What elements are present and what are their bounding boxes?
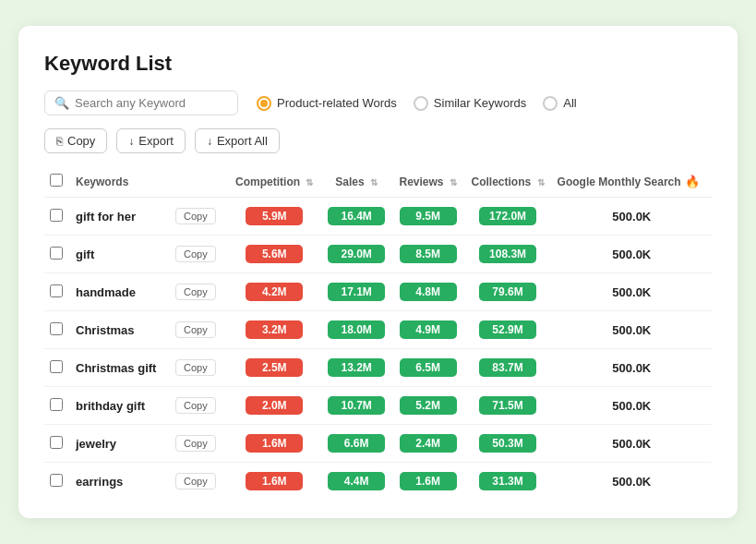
keyword-cell-1: gift Copy bbox=[76, 246, 222, 262]
keyword-copy-button-7[interactable]: Copy bbox=[175, 473, 216, 490]
google-value-3: 500.0K bbox=[612, 323, 651, 337]
google-value-1: 500.0K bbox=[612, 248, 651, 261]
keyword-cell-7: earrings Copy bbox=[76, 473, 222, 490]
table-row: Christmas Copy 3.2M 18.0M 4.9M 52.9M 500… bbox=[44, 311, 712, 349]
reviews-badge-1: 8.5M bbox=[400, 245, 457, 263]
competition-badge-4: 2.5M bbox=[246, 358, 303, 377]
sales-badge-7: 4.4M bbox=[328, 472, 385, 490]
keyword-cell-3: Christmas Copy bbox=[76, 321, 222, 338]
keyword-copy-button-1[interactable]: Copy bbox=[175, 246, 216, 262]
table-row: handmade Copy 4.2M 17.1M 4.8M 79.6M 500.… bbox=[44, 273, 712, 311]
competition-badge-6: 1.6M bbox=[246, 434, 303, 453]
keyword-name-5: brithday gift bbox=[76, 399, 168, 413]
row-checkbox-7[interactable] bbox=[50, 474, 63, 487]
sort-collections-icon[interactable]: ⇅ bbox=[537, 177, 545, 187]
col-keywords: Keywords bbox=[70, 166, 228, 198]
collections-badge-1: 108.3M bbox=[479, 245, 536, 263]
collections-badge-3: 52.9M bbox=[479, 320, 536, 339]
keyword-copy-button-0[interactable]: Copy bbox=[175, 208, 216, 224]
export-button[interactable]: ↓ Export bbox=[116, 128, 186, 153]
google-value-6: 500.0K bbox=[612, 437, 651, 451]
collections-badge-4: 83.7M bbox=[479, 358, 536, 377]
keyword-cell-4: Christmas gift Copy bbox=[76, 359, 222, 376]
fire-icon: 🔥 bbox=[685, 175, 700, 188]
keyword-cell-6: jewelry Copy bbox=[76, 435, 222, 452]
reviews-badge-3: 4.9M bbox=[400, 320, 457, 339]
main-card: Keyword List 🔍 Product-related Words Sim… bbox=[18, 26, 738, 518]
reviews-badge-7: 1.6M bbox=[400, 472, 457, 490]
keyword-name-4: Christmas gift bbox=[76, 361, 168, 375]
filter-radio-group: Product-related Words Similar Keywords A… bbox=[257, 96, 577, 111]
keyword-table: Keywords Competition ⇅ Sales ⇅ Reviews ⇅… bbox=[44, 166, 712, 500]
keyword-copy-button-4[interactable]: Copy bbox=[175, 359, 216, 376]
row-checkbox-5[interactable] bbox=[50, 398, 63, 411]
sales-badge-1: 29.0M bbox=[328, 245, 385, 263]
col-collections: Collections ⇅ bbox=[464, 166, 552, 198]
export-all-button[interactable]: ↓ Export All bbox=[195, 128, 280, 153]
sales-badge-6: 6.6M bbox=[328, 434, 385, 453]
col-google: Google Monthly Search 🔥 bbox=[552, 166, 712, 198]
table-row: gift for her Copy 5.9M 16.4M 9.5M 172.0M… bbox=[44, 198, 712, 236]
google-value-5: 500.0K bbox=[612, 399, 651, 413]
keyword-cell-0: gift for her Copy bbox=[76, 208, 222, 224]
filter-similar[interactable]: Similar Keywords bbox=[414, 96, 526, 111]
reviews-badge-4: 6.5M bbox=[400, 358, 457, 377]
page-title: Keyword List bbox=[44, 52, 712, 76]
keyword-name-6: jewelry bbox=[76, 437, 168, 451]
collections-badge-5: 71.5M bbox=[479, 396, 536, 415]
filter-product[interactable]: Product-related Words bbox=[257, 96, 397, 111]
keyword-name-1: gift bbox=[76, 248, 168, 261]
keyword-copy-button-2[interactable]: Copy bbox=[175, 284, 216, 300]
table-row: jewelry Copy 1.6M 6.6M 2.4M 50.3M 500.0K bbox=[44, 425, 712, 463]
keyword-cell-2: handmade Copy bbox=[76, 284, 222, 300]
col-competition: Competition ⇅ bbox=[228, 166, 321, 198]
keyword-cell-5: brithday gift Copy bbox=[76, 397, 222, 414]
keyword-name-0: gift for her bbox=[76, 210, 168, 224]
radio-circle-product bbox=[257, 96, 271, 111]
keyword-name-7: earrings bbox=[76, 475, 168, 489]
row-checkbox-3[interactable] bbox=[50, 322, 63, 335]
row-checkbox-1[interactable] bbox=[50, 247, 63, 260]
keyword-copy-button-3[interactable]: Copy bbox=[175, 321, 216, 338]
table-row: Christmas gift Copy 2.5M 13.2M 6.5M 83.7… bbox=[44, 349, 712, 387]
reviews-badge-5: 5.2M bbox=[400, 396, 457, 415]
row-checkbox-0[interactable] bbox=[50, 209, 63, 222]
sales-badge-3: 18.0M bbox=[328, 320, 385, 339]
copy-button[interactable]: ⎘ Copy bbox=[44, 128, 107, 153]
action-buttons: ⎘ Copy ↓ Export ↓ Export All bbox=[44, 128, 712, 153]
radio-circle-all bbox=[543, 96, 558, 111]
competition-badge-5: 2.0M bbox=[246, 396, 303, 415]
row-checkbox-4[interactable] bbox=[50, 360, 63, 373]
row-checkbox-2[interactable] bbox=[50, 284, 63, 297]
google-value-2: 500.0K bbox=[612, 285, 651, 299]
search-box[interactable]: 🔍 bbox=[44, 91, 238, 115]
sort-sales-icon[interactable]: ⇅ bbox=[370, 177, 378, 187]
toolbar-row: 🔍 Product-related Words Similar Keywords… bbox=[44, 91, 712, 115]
radio-circle-similar bbox=[414, 96, 428, 111]
radio-dot-product bbox=[260, 100, 268, 107]
google-value-7: 500.0K bbox=[612, 475, 651, 489]
sales-badge-4: 13.2M bbox=[328, 358, 385, 377]
google-value-4: 500.0K bbox=[612, 361, 651, 375]
competition-badge-1: 5.6M bbox=[246, 245, 303, 263]
competition-badge-7: 1.6M bbox=[246, 472, 303, 490]
reviews-badge-0: 9.5M bbox=[400, 207, 457, 225]
keyword-copy-button-5[interactable]: Copy bbox=[175, 397, 216, 414]
collections-badge-7: 31.3M bbox=[479, 472, 536, 490]
keyword-name-2: handmade bbox=[76, 285, 168, 299]
select-all-checkbox[interactable] bbox=[50, 174, 63, 187]
search-input[interactable] bbox=[75, 96, 228, 110]
competition-badge-0: 5.9M bbox=[246, 207, 303, 225]
keyword-copy-button-6[interactable]: Copy bbox=[175, 435, 216, 452]
sort-reviews-icon[interactable]: ⇅ bbox=[450, 177, 457, 187]
keyword-name-3: Christmas bbox=[76, 323, 168, 337]
row-checkbox-6[interactable] bbox=[50, 436, 63, 449]
sort-competition-icon[interactable]: ⇅ bbox=[306, 177, 313, 187]
competition-badge-2: 4.2M bbox=[246, 283, 303, 301]
reviews-badge-6: 2.4M bbox=[400, 434, 457, 453]
google-value-0: 500.0K bbox=[612, 210, 651, 224]
copy-icon: ⎘ bbox=[56, 135, 63, 148]
sales-badge-5: 10.7M bbox=[328, 396, 385, 415]
sales-badge-2: 17.1M bbox=[328, 283, 385, 301]
filter-all[interactable]: All bbox=[543, 96, 576, 111]
